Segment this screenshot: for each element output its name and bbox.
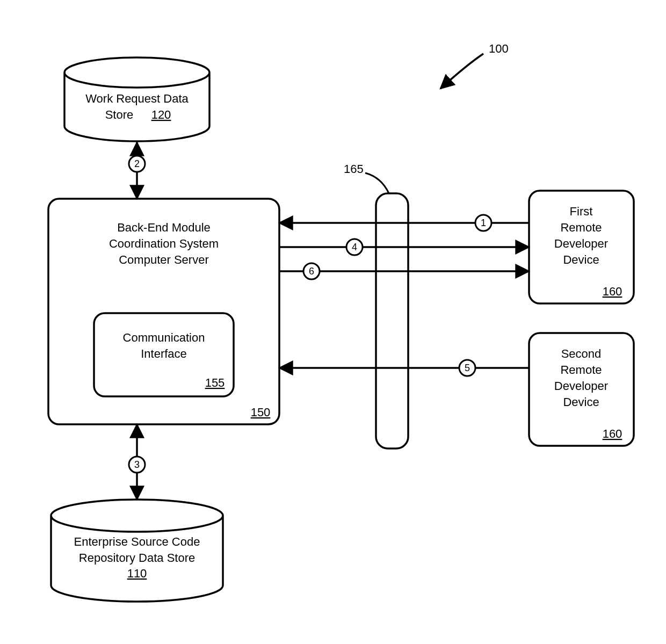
repo-ref: 110 (127, 567, 147, 580)
server-box: Back-End Module Coordination System Comp… (48, 199, 279, 424)
dev1-line3: Developer (554, 237, 608, 250)
dev2-line1: Second (561, 347, 602, 360)
connector-2: 2 (129, 142, 145, 199)
connector-3: 3 (129, 424, 145, 500)
server-line3: Computer Server (119, 253, 209, 266)
comm-if-ref: 155 (205, 376, 225, 389)
first-dev-device: First Remote Developer Device 160 (529, 191, 634, 303)
work-request-data-store: Work Request Data Store 120 (64, 57, 209, 141)
figure-callout: 100 (440, 42, 509, 89)
gateway-bar: 165 (344, 162, 408, 448)
step-2: 2 (134, 158, 140, 169)
dev1-line1: First (570, 205, 593, 218)
work-request-line1: Work Request Data (85, 92, 189, 105)
server-line1: Back-End Module (117, 221, 211, 234)
server-ref: 150 (251, 406, 271, 419)
gateway-ref: 165 (344, 162, 364, 176)
repo-line2: Repository Data Store (79, 551, 195, 565)
step-3: 3 (134, 459, 140, 470)
dev2-line4: Device (563, 395, 599, 409)
figure-ref: 100 (489, 42, 509, 55)
communication-interface: Communication Interface 155 (94, 313, 234, 396)
dev1-line2: Remote (560, 221, 602, 234)
dev1-ref: 160 (603, 285, 622, 298)
dev2-ref: 160 (603, 427, 622, 440)
comm-if-line1: Communication (123, 331, 205, 344)
svg-rect-2 (376, 193, 408, 448)
step-6: 6 (309, 266, 314, 277)
dev1-line4: Device (563, 253, 599, 266)
dev2-line3: Developer (554, 379, 608, 393)
comm-if-line2: Interface (141, 347, 187, 360)
system-diagram: 100 Work Request Data Store 120 Back-End… (0, 0, 666, 644)
server-line2: Coordination System (109, 237, 219, 250)
repo-line1: Enterprise Source Code (74, 535, 200, 548)
second-dev-device: Second Remote Developer Device 160 (529, 333, 634, 446)
step-4: 4 (352, 242, 357, 252)
step-1: 1 (481, 218, 486, 228)
repo-data-store: Enterprise Source Code Repository Data S… (51, 500, 223, 602)
step-5: 5 (465, 363, 470, 373)
dev2-line2: Remote (560, 363, 602, 377)
